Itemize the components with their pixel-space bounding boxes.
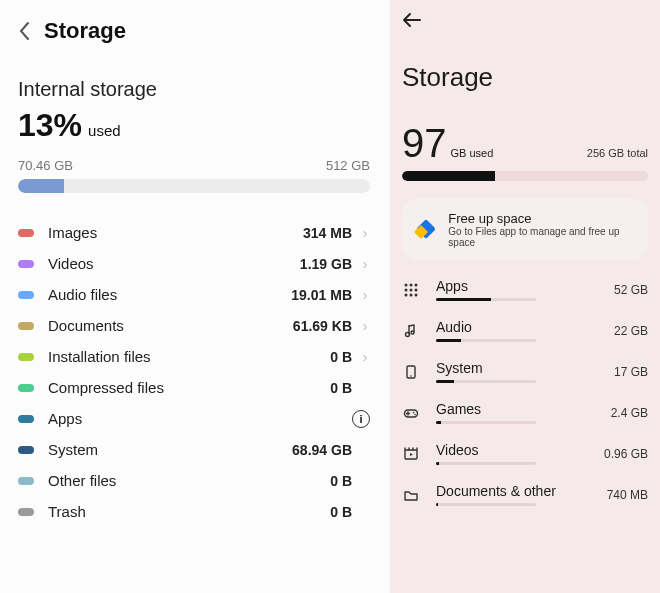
used-gb-number: 97 (402, 121, 447, 165)
category-size: 52 GB (614, 283, 648, 297)
category-bar (436, 421, 536, 424)
category-size: 61.69 KB (293, 318, 352, 334)
storage-bar-fill (402, 171, 495, 181)
category-size: 0 B (330, 349, 352, 365)
card-subtitle: Go to Files app to manage and free up sp… (448, 226, 634, 248)
back-icon[interactable] (402, 12, 648, 28)
storage-category-row[interactable]: Videos1.19 GB› (18, 248, 384, 279)
category-bar (436, 380, 536, 383)
used-label: used (88, 122, 121, 139)
category-swatch (18, 384, 34, 392)
storage-category-row[interactable]: Apps52 GB (402, 278, 648, 301)
category-label: Audio (436, 319, 614, 335)
storage-bar-fill (18, 179, 64, 193)
chevron-right-icon: › (360, 225, 370, 241)
storage-category-row: Compressed files0 B (18, 372, 384, 403)
category-bar (436, 503, 536, 506)
storage-category-row[interactable]: Installation files0 B› (18, 341, 384, 372)
svg-point-4 (410, 288, 413, 291)
chevron-right-icon: › (360, 349, 370, 365)
category-size: 740 MB (607, 488, 648, 502)
category-size: 2.4 GB (611, 406, 648, 420)
svg-point-15 (414, 413, 416, 415)
storage-category-row[interactable]: Documents61.69 KB› (18, 310, 384, 341)
category-size: 22 GB (614, 324, 648, 338)
category-swatch (18, 322, 34, 330)
category-label: System (48, 441, 292, 458)
storage-category-row[interactable]: Documents & other740 MB (402, 483, 648, 506)
svg-point-10 (411, 331, 414, 334)
category-size: 0 B (330, 473, 352, 489)
category-label: Games (436, 401, 611, 417)
svg-point-5 (415, 288, 418, 291)
storage-category-row: Other files0 B (18, 465, 384, 496)
category-swatch (18, 446, 34, 454)
category-label: Documents (48, 317, 293, 334)
category-label: Videos (48, 255, 300, 272)
category-size: 68.94 GB (292, 442, 352, 458)
category-size: 17 GB (614, 365, 648, 379)
svg-point-7 (410, 293, 413, 296)
page-title: Storage (44, 18, 126, 44)
category-label: Videos (436, 442, 604, 458)
info-icon[interactable]: i (352, 410, 370, 428)
used-amount: 70.46 GB (18, 158, 73, 173)
category-label: Installation files (48, 348, 330, 365)
chevron-right-icon: › (360, 256, 370, 272)
storage-category-row: System68.94 GB (18, 434, 384, 465)
free-up-space-card[interactable]: Free up space Go to Files app to manage … (402, 199, 648, 260)
audio-icon (402, 323, 420, 339)
category-label: Audio files (48, 286, 291, 303)
category-swatch (18, 353, 34, 361)
category-label: Documents & other (436, 483, 607, 499)
videos-icon (402, 446, 420, 462)
category-label: Other files (48, 472, 330, 489)
storage-category-row[interactable]: Games2.4 GB (402, 401, 648, 424)
category-bar (436, 462, 536, 465)
svg-point-0 (405, 283, 408, 286)
category-swatch (18, 260, 34, 268)
total-gb: 256 GB total (587, 147, 648, 159)
category-size: 314 MB (303, 225, 352, 241)
apps-icon (402, 282, 420, 298)
category-size: 0 B (330, 380, 352, 396)
storage-category-row[interactable]: Videos0.96 GB (402, 442, 648, 465)
category-label: Compressed files (48, 379, 330, 396)
games-icon (402, 405, 420, 421)
storage-bar (402, 171, 648, 181)
svg-point-1 (410, 283, 413, 286)
category-size: 0 B (330, 504, 352, 520)
total-amount: 512 GB (326, 158, 370, 173)
category-bar (436, 298, 536, 301)
storage-category-row[interactable]: Audio files19.01 MB› (18, 279, 384, 310)
section-subtitle: Internal storage (18, 78, 384, 101)
used-gb-label: GB used (451, 147, 494, 159)
page-title: Storage (402, 62, 648, 93)
back-icon[interactable] (18, 21, 30, 41)
svg-point-3 (405, 288, 408, 291)
category-size: 1.19 GB (300, 256, 352, 272)
card-title: Free up space (448, 211, 634, 226)
category-swatch (18, 229, 34, 237)
left-storage-pane: Storage Internal storage 13% used 70.46 … (0, 0, 390, 593)
category-swatch (18, 508, 34, 516)
svg-point-14 (413, 411, 415, 413)
storage-category-row[interactable]: Audio22 GB (402, 319, 648, 342)
category-bar (436, 339, 536, 342)
storage-category-row[interactable]: System17 GB (402, 360, 648, 383)
category-label: Apps (436, 278, 614, 294)
category-swatch (18, 291, 34, 299)
storage-category-row[interactable]: Images314 MB› (18, 217, 384, 248)
svg-point-8 (415, 293, 418, 296)
chevron-right-icon: › (360, 318, 370, 334)
svg-point-6 (405, 293, 408, 296)
svg-point-2 (415, 283, 418, 286)
svg-point-12 (410, 375, 412, 377)
category-size: 19.01 MB (291, 287, 352, 303)
category-size: 0.96 GB (604, 447, 648, 461)
category-label: Apps (48, 410, 352, 427)
docs-icon (402, 487, 420, 503)
storage-category-row: Appsi (18, 403, 384, 434)
storage-bar (18, 179, 370, 193)
category-swatch (18, 477, 34, 485)
